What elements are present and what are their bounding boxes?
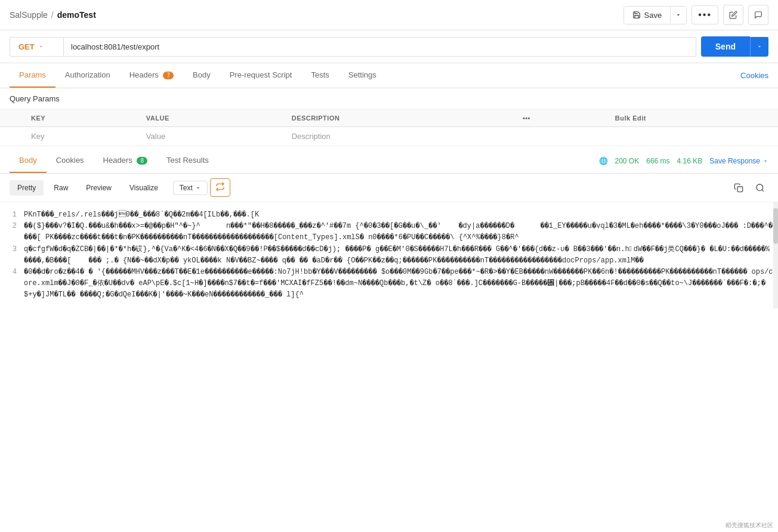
headers-badge: 7 — [163, 72, 174, 79]
save-response-chevron-icon — [762, 158, 768, 164]
status-badge: 200 OK — [615, 157, 640, 165]
line-number: 2 — [5, 221, 17, 232]
cookies-link[interactable]: Cookies — [740, 71, 768, 80]
breadcrumb-sep: / — [51, 10, 54, 20]
tab-pre-request[interactable]: Pre-request Script — [220, 63, 302, 88]
code-area: 1PKnT���_rels/.rels���j0��_���8`�Q��2m�… — [0, 202, 778, 308]
tab-settings[interactable]: Settings — [339, 63, 386, 88]
format-tab-pretty[interactable]: Pretty — [10, 180, 44, 196]
params-table: KEY VALUE DESCRIPTION ••• Bulk Edit Key … — [0, 110, 778, 146]
response-tab-cookies[interactable]: Cookies — [47, 149, 94, 173]
code-line: 4�0��d�ro�z��4� � '{������MHV���z���T��E… — [5, 267, 773, 301]
edit-icon-button[interactable] — [723, 5, 743, 25]
response-tab-headers[interactable]: Headers 8 — [94, 149, 157, 173]
project-name: SalSupple — [10, 10, 48, 20]
line-content: q�cfgfW�d�q�ZCB�|��|�*�*h�砹},^�{Va�^K�<4… — [24, 244, 773, 267]
text-format-select[interactable]: Text — [173, 181, 208, 195]
line-number: 4 — [5, 267, 17, 278]
tab-authorization[interactable]: Authorization — [55, 63, 120, 88]
top-bar: SalSupple / demoTest Save ••• — [0, 0, 778, 30]
line-number: 3 — [5, 244, 17, 255]
more-options-button[interactable]: ••• — [691, 5, 718, 24]
format-tab-visualize[interactable]: Visualize — [122, 180, 166, 196]
search-icon — [755, 183, 765, 193]
method-label: GET — [18, 42, 35, 51]
response-tab-test-results-label: Test Results — [166, 156, 209, 165]
response-header: Body Cookies Headers 8 Test Results 🌐 20… — [0, 149, 778, 174]
tab-authorization-label: Authorization — [65, 70, 110, 79]
scrollbar-thumb[interactable] — [773, 208, 778, 244]
response-toolbar: Pretty Raw Preview Visualize Text — [0, 174, 778, 202]
line-content: �0��d�ro�z��4� � '{������MHV���z���T��E�… — [24, 267, 773, 301]
tab-params[interactable]: Params — [10, 63, 55, 88]
tab-params-label: Params — [19, 70, 46, 79]
search-button[interactable] — [752, 180, 768, 196]
svg-point-1 — [757, 184, 763, 191]
col-more: ••• — [513, 110, 606, 127]
response-tabs: Body Cookies Headers 8 Test Results — [10, 149, 218, 173]
method-chevron-icon — [38, 44, 44, 50]
response-tab-body-label: Body — [19, 156, 37, 165]
col-bulk[interactable]: Bulk Edit — [606, 110, 778, 127]
code-line: 1PKnT���_rels/.rels���j0��_���8`�Q��2m�… — [5, 209, 773, 221]
edit-icon — [729, 11, 737, 19]
send-dropdown-button[interactable] — [750, 37, 768, 57]
response-meta: 🌐 200 OK 666 ms 4.16 KB Save Response — [599, 157, 769, 165]
tab-tests-label: Tests — [311, 70, 329, 79]
comment-icon — [754, 11, 762, 19]
copy-icon — [734, 183, 743, 193]
breadcrumb: SalSupple / demoTest — [10, 10, 96, 20]
comment-icon-button[interactable] — [748, 5, 768, 25]
tab-pre-request-label: Pre-request Script — [230, 70, 292, 79]
response-tab-test-results[interactable]: Test Results — [157, 149, 218, 173]
globe-icon: 🌐 — [599, 157, 608, 165]
svg-rect-0 — [737, 187, 743, 192]
params-empty-row: Key Value Description — [0, 127, 778, 146]
col-key: KEY — [21, 110, 137, 127]
format-tab-preview[interactable]: Preview — [78, 180, 119, 196]
chevron-down-icon — [675, 12, 681, 18]
response-tab-headers-label: Headers — [103, 156, 132, 165]
format-tabs: Pretty Raw Preview Visualize Text — [10, 178, 230, 197]
save-dropdown-button[interactable] — [671, 7, 686, 24]
tab-body[interactable]: Body — [183, 63, 220, 88]
response-tab-cookies-label: Cookies — [56, 156, 84, 165]
svg-line-2 — [762, 190, 764, 191]
method-dropdown[interactable]: GET — [10, 37, 63, 57]
response-size: 4.16 KB — [677, 157, 703, 165]
wrap-icon — [215, 182, 225, 191]
response-body: 1PKnT���_rels/.rels���j0��_���8`�Q��2m�… — [0, 202, 778, 308]
key-placeholder[interactable]: Key — [21, 127, 137, 146]
code-line: 3q�cfgfW�d�q�ZCB�|��|�*�*h�砹},^�{Va�^K�<… — [5, 244, 773, 267]
line-number: 1 — [5, 209, 17, 221]
send-chevron-icon — [757, 44, 762, 50]
response-time: 666 ms — [646, 157, 669, 165]
query-params-title: Query Params — [10, 94, 60, 103]
save-btn-group: Save — [623, 6, 687, 24]
url-input[interactable] — [63, 37, 696, 57]
response-headers-badge: 8 — [137, 157, 147, 165]
col-description: DESCRIPTION — [282, 110, 513, 127]
test-name: demoTest — [57, 10, 96, 20]
query-params-header: Query Params — [0, 88, 778, 110]
line-content: ��($}���v?�I�Q.���u&�h���x>=�@��p�H"^�~}… — [24, 221, 773, 243]
format-tab-raw[interactable]: Raw — [46, 180, 76, 196]
tab-body-label: Body — [193, 70, 211, 79]
line-content: PKnT���_rels/.rels���j0��_���8`�Q��2m��… — [24, 209, 773, 221]
save-button[interactable]: Save — [624, 7, 671, 24]
copy-button[interactable] — [730, 180, 747, 196]
top-actions: Save ••• — [623, 5, 768, 25]
value-placeholder[interactable]: Value — [137, 127, 282, 146]
response-tab-body[interactable]: Body — [10, 149, 47, 173]
code-line: 2��($}���v?�I�Q.���u&�h���x>=�@��p�H"^�~… — [5, 221, 773, 243]
request-tabs-row: Params Authorization Headers 7 Body Pre-… — [0, 63, 778, 88]
description-placeholder[interactable]: Description — [282, 127, 513, 146]
wrap-button[interactable] — [210, 178, 230, 197]
request-tabs: Params Authorization Headers 7 Body Pre-… — [10, 63, 386, 88]
tab-tests[interactable]: Tests — [301, 63, 338, 88]
text-format-chevron-icon — [195, 185, 201, 191]
save-response-button[interactable]: Save Response — [709, 157, 768, 165]
scrollbar-track[interactable] — [773, 202, 778, 308]
tab-headers[interactable]: Headers 7 — [120, 63, 183, 88]
send-button[interactable]: Send — [701, 36, 750, 57]
